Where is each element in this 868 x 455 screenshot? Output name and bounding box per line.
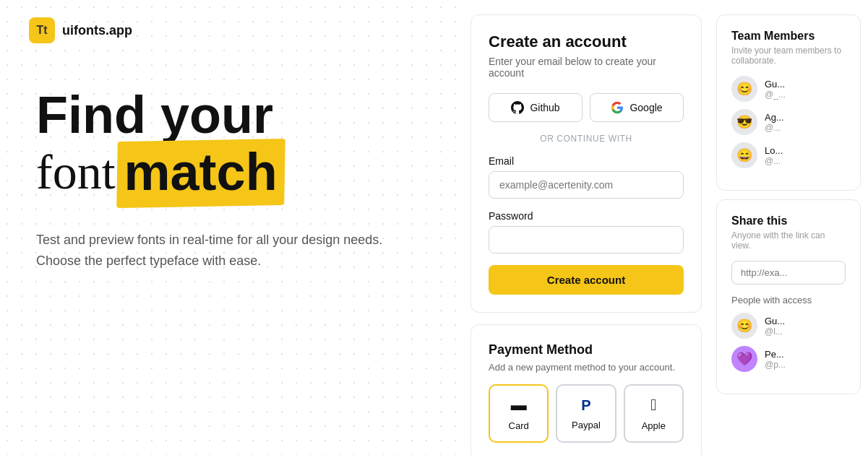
hero-font-word: font	[36, 145, 116, 199]
middle-panel: Create an account Enter your email below…	[463, 0, 709, 455]
left-panel: Tt uifonts.app Find your font match Test…	[0, 0, 463, 455]
team-card-subtitle: Invite your team members to collaborate.	[731, 46, 846, 66]
create-account-title: Create an account	[489, 32, 684, 51]
team-member: 😊 Gu... @l...	[731, 313, 846, 339]
member-info: Gu... @l...	[765, 316, 785, 337]
team-member: 😎 Ag... @...	[731, 109, 846, 135]
hero-line2: font match	[36, 144, 427, 201]
email-label: Email	[489, 155, 684, 167]
team-members-card: Team Members Invite your team members to…	[716, 14, 861, 191]
payment-options: ▬ Card P Paypal  Apple	[489, 384, 684, 443]
payment-title: Payment Method	[489, 342, 684, 358]
share-card: Share this Anyone with the link can view…	[716, 199, 861, 394]
team-member: 😊 Gu... @_...	[731, 76, 846, 102]
member-name: Gu...	[765, 316, 785, 326]
create-account-card: Create an account Enter your email below…	[470, 14, 702, 313]
hero-description: Test and preview fonts in real-time for …	[36, 230, 383, 272]
logo-text: uifonts.app	[62, 23, 132, 38]
hero-section: Find your font match Test and preview fo…	[29, 87, 434, 272]
divider-text: OR CONTINUE WITH	[489, 134, 684, 144]
password-label: Password	[489, 210, 684, 222]
team-member: 😄 Lo... @...	[731, 142, 846, 168]
apple-icon: 	[650, 396, 656, 415]
member-handle: @_...	[765, 90, 786, 100]
hero-match-word: match	[124, 143, 278, 201]
team-card-title: Team Members	[731, 30, 846, 43]
github-label: Github	[530, 102, 559, 113]
logo-icon: Tt	[29, 17, 55, 43]
member-handle: @p...	[765, 360, 786, 370]
avatar: 😊	[731, 76, 757, 102]
share-card-subtitle: Anyone with the link can view.	[731, 230, 846, 251]
paypal-icon: P	[581, 397, 590, 414]
right-panel: Team Members Invite your team members to…	[709, 0, 868, 455]
google-label: Google	[629, 102, 662, 113]
member-handle: @l...	[765, 326, 785, 337]
card-icon: ▬	[511, 396, 527, 415]
member-name: Ag...	[765, 112, 784, 123]
member-name: Pe...	[765, 349, 786, 360]
create-account-subtitle: Enter your email below to create your ac…	[489, 56, 684, 79]
member-handle: @...	[765, 123, 784, 133]
payment-card: Payment Method Add a new payment method …	[470, 324, 702, 455]
payment-card-option[interactable]: ▬ Card	[489, 384, 549, 443]
member-info: Ag... @...	[765, 112, 784, 133]
create-account-button[interactable]: Create account	[489, 265, 684, 295]
google-icon	[611, 101, 624, 114]
share-link-input[interactable]	[731, 261, 846, 285]
paypal-label: Paypal	[572, 420, 601, 430]
member-info: Lo... @...	[765, 145, 783, 166]
avatar: 😊	[731, 313, 757, 339]
card-label: Card	[509, 420, 529, 431]
avatar: 💜	[731, 346, 757, 372]
github-button[interactable]: Github	[489, 93, 583, 122]
member-handle: @...	[765, 156, 783, 166]
member-info: Pe... @p...	[765, 349, 786, 370]
google-button[interactable]: Google	[590, 93, 684, 122]
auth-buttons: Github Google	[489, 93, 684, 122]
hero-title: Find your font match	[36, 87, 427, 201]
member-info: Gu... @_...	[765, 79, 786, 100]
payment-paypal-option[interactable]: P Paypal	[556, 384, 616, 443]
share-card-title: Share this	[731, 214, 846, 228]
payment-subtitle: Add a new payment method to your account…	[489, 362, 684, 373]
people-with-access-label: People with access	[731, 295, 846, 306]
avatar: 😄	[731, 142, 757, 168]
email-input[interactable]	[489, 171, 684, 199]
member-name: Gu...	[765, 79, 786, 90]
apple-label: Apple	[642, 420, 666, 431]
github-icon	[511, 101, 524, 114]
hero-match-highlight: match	[124, 144, 278, 201]
avatar: 😎	[731, 109, 757, 135]
hero-line1: Find your	[36, 87, 427, 144]
team-member: 💜 Pe... @p...	[731, 346, 846, 372]
logo-area: Tt uifonts.app	[29, 17, 434, 43]
password-input[interactable]	[489, 226, 684, 254]
member-name: Lo...	[765, 145, 783, 156]
payment-apple-option[interactable]:  Apple	[624, 384, 684, 443]
